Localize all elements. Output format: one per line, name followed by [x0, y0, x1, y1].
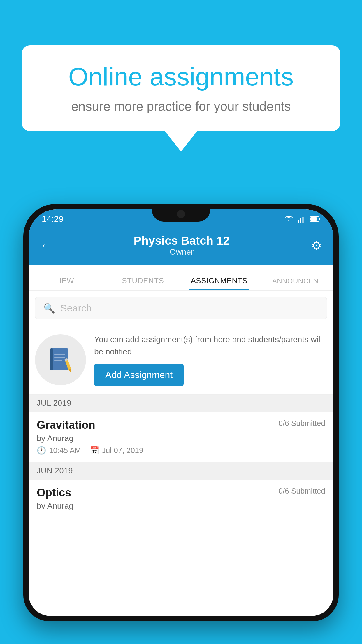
- assignment-meta: 🕐 10:45 AM 📅 Jul 07, 2019: [37, 446, 325, 455]
- camera: [177, 210, 185, 218]
- notebook-icon: [49, 347, 72, 373]
- status-time: 14:29: [42, 214, 64, 224]
- battery-icon: [310, 216, 320, 222]
- search-bar[interactable]: 🔍 Search: [35, 297, 327, 319]
- speech-bubble-title: Online assignments: [42, 63, 320, 91]
- promo-content: You can add assignment(s) from here and …: [94, 333, 325, 386]
- status-icons: [284, 216, 320, 223]
- search-placeholder: Search: [60, 302, 92, 314]
- back-button[interactable]: ←: [40, 239, 52, 252]
- assignment-name-optics: Optics: [37, 487, 71, 499]
- search-icon: 🔍: [43, 303, 55, 314]
- speech-bubble-wrapper: Online assignments ensure more practice …: [22, 45, 340, 152]
- svg-rect-6: [310, 217, 317, 221]
- header-subtitle: Owner: [133, 247, 229, 257]
- wifi-icon: [284, 216, 294, 223]
- tab-assignments[interactable]: ASSIGNMENTS: [181, 276, 257, 290]
- speech-bubble: Online assignments ensure more practice …: [22, 45, 340, 131]
- promo-icon-circle: [35, 334, 86, 385]
- speech-bubble-tail: [165, 131, 197, 152]
- tabs: IEW STUDENTS ASSIGNMENTS ANNOUNCEN: [29, 265, 333, 291]
- section-header-jul: JUL 2019: [29, 395, 333, 412]
- clock-icon: 🕐: [37, 446, 46, 455]
- svg-rect-5: [319, 218, 320, 220]
- promo-text: You can add assignment(s) from here and …: [94, 333, 325, 358]
- meta-date: 📅 Jul 07, 2019: [90, 446, 143, 455]
- svg-rect-3: [302, 217, 304, 223]
- header-title-group: Physics Batch 12 Owner: [133, 234, 229, 257]
- section-header-jun: JUN 2019: [29, 462, 333, 480]
- svg-rect-1: [298, 220, 299, 223]
- assignment-item-optics[interactable]: Optics 0/6 Submitted by Anurag: [29, 480, 333, 521]
- phone: 14:29: [23, 204, 339, 621]
- assignment-name: Gravitation: [37, 419, 95, 431]
- assignment-item-gravitation[interactable]: Gravitation 0/6 Submitted by Anurag 🕐 10…: [29, 412, 333, 462]
- add-assignment-promo: You can add assignment(s) from here and …: [29, 325, 333, 395]
- add-assignment-button[interactable]: Add Assignment: [94, 364, 184, 386]
- tab-iew[interactable]: IEW: [29, 276, 105, 290]
- notch: [152, 204, 210, 222]
- date-value: Jul 07, 2019: [102, 446, 143, 455]
- calendar-icon: 📅: [90, 446, 99, 455]
- app-header: ← Physics Batch 12 Owner ⚙: [29, 228, 333, 265]
- search-container: 🔍 Search: [29, 291, 333, 325]
- assignment-top: Gravitation 0/6 Submitted: [37, 419, 325, 431]
- header-title: Physics Batch 12: [133, 234, 229, 247]
- signal-icon: [298, 216, 306, 223]
- svg-rect-11: [54, 360, 62, 361]
- svg-rect-2: [300, 218, 301, 223]
- meta-time: 🕐 10:45 AM: [37, 446, 81, 455]
- tab-students[interactable]: STUDENTS: [105, 276, 181, 290]
- svg-rect-9: [54, 354, 65, 355]
- time-value: 10:45 AM: [49, 446, 81, 455]
- phone-wrapper: 14:29: [23, 204, 339, 644]
- speech-bubble-subtitle: ensure more practice for your students: [42, 99, 320, 114]
- assignment-submitted: 0/6 Submitted: [279, 419, 325, 428]
- tab-announcements[interactable]: ANNOUNCEN: [257, 277, 334, 290]
- svg-rect-10: [54, 357, 65, 358]
- svg-marker-0: [288, 220, 290, 221]
- content: 🔍 Search: [29, 291, 333, 521]
- svg-rect-8: [50, 348, 53, 370]
- settings-icon[interactable]: ⚙: [311, 239, 322, 252]
- phone-screen: 14:29: [29, 209, 333, 616]
- assignment-by: by Anurag: [37, 434, 325, 443]
- assignment-by-optics: by Anurag: [37, 501, 325, 511]
- assignment-top-optics: Optics 0/6 Submitted: [37, 487, 325, 499]
- assignment-submitted-optics: 0/6 Submitted: [279, 487, 325, 496]
